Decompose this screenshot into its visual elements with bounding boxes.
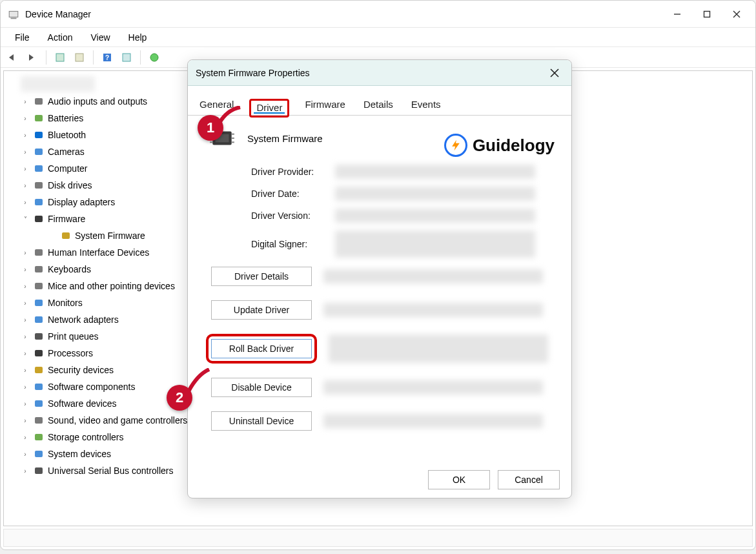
device-category-icon <box>33 263 45 275</box>
svg-rect-24 <box>35 300 43 306</box>
expander-icon[interactable]: › <box>21 449 30 458</box>
device-icon <box>60 230 72 241</box>
svg-rect-13 <box>35 115 43 121</box>
svg-rect-6 <box>56 54 64 61</box>
label-driver-version: Driver Version: <box>251 210 335 221</box>
expander-icon[interactable]: › <box>21 416 30 425</box>
tree-item-label: Disk drives <box>48 180 92 191</box>
disable-device-button[interactable]: Disable Device <box>211 378 312 397</box>
roll-back-driver-button[interactable]: Roll Back Driver <box>211 339 312 358</box>
expander-icon[interactable]: › <box>21 265 30 274</box>
toolbar-action-icon[interactable] <box>52 49 68 66</box>
annotation-tail-2 <box>187 368 213 394</box>
expander-icon[interactable]: › <box>21 114 30 123</box>
maximize-button[interactable] <box>692 4 722 25</box>
titlebar: Device Manager <box>1 1 755 28</box>
expander-icon[interactable]: › <box>21 298 30 307</box>
tree-item-label: Storage controllers <box>48 431 124 443</box>
menu-action[interactable]: Action <box>40 30 81 45</box>
expander-icon[interactable]: › <box>21 349 30 358</box>
watermark-text: Guidelogy <box>473 136 555 156</box>
expander-icon[interactable]: › <box>21 181 30 190</box>
ok-button[interactable]: OK <box>428 470 490 489</box>
dialog-title: System Firmware Properties <box>196 68 310 78</box>
annotation-badge-1: 1 <box>198 115 223 141</box>
device-category-icon <box>33 112 45 124</box>
toolbar-scan-icon[interactable] <box>118 49 135 66</box>
toolbar-help-icon[interactable]: ? <box>99 49 116 66</box>
forward-icon[interactable] <box>24 49 41 66</box>
dialog-close-button[interactable] <box>546 64 564 82</box>
svg-rect-20 <box>62 232 70 239</box>
label-driver-date: Driver Date: <box>251 189 335 199</box>
value-driver-version-blurred <box>335 209 535 223</box>
menu-view[interactable]: View <box>83 30 117 45</box>
expander-icon[interactable]: › <box>21 315 30 324</box>
root-node-blurred <box>21 76 95 92</box>
expander-icon[interactable]: › <box>21 365 30 374</box>
tree-item-label: Computer <box>48 163 87 174</box>
svg-rect-26 <box>35 333 43 340</box>
device-category-icon <box>33 331 45 342</box>
expander-icon[interactable]: › <box>21 130 30 139</box>
svg-rect-31 <box>35 417 43 424</box>
tab-driver[interactable]: Driver <box>256 102 282 113</box>
svg-rect-21 <box>35 249 43 256</box>
expander-icon[interactable]: ˅ <box>21 214 30 223</box>
tree-item-label: Firmware <box>48 213 85 225</box>
svg-rect-27 <box>35 350 43 356</box>
tab-events[interactable]: Events <box>409 95 444 115</box>
expander-icon[interactable]: › <box>21 332 30 341</box>
update-driver-button[interactable]: Update Driver <box>211 300 312 320</box>
svg-rect-33 <box>35 451 43 457</box>
expander-icon[interactable]: › <box>21 466 30 475</box>
tree-item-label: Sound, video and game controllers <box>48 415 187 426</box>
expander-icon[interactable]: › <box>21 282 30 291</box>
expander-icon[interactable]: › <box>21 399 30 408</box>
device-category-icon <box>33 280 45 292</box>
expander-icon[interactable]: › <box>21 147 30 156</box>
dialog-body: Guidelogy System Firmware Driver Provide… <box>188 116 571 462</box>
minimize-button[interactable] <box>662 4 692 25</box>
tab-firmware[interactable]: Firmware <box>302 95 348 115</box>
svg-rect-23 <box>35 283 43 289</box>
toolbar-properties-icon[interactable] <box>71 49 88 66</box>
device-category-icon <box>33 129 45 141</box>
tree-item-label: Audio inputs and outputs <box>48 96 147 107</box>
expander-icon[interactable]: › <box>21 382 30 391</box>
label-digital-signer: Digital Signer: <box>251 239 335 249</box>
uninstall-device-button[interactable]: Uninstall Device <box>211 411 312 431</box>
menu-help[interactable]: Help <box>121 30 155 45</box>
svg-rect-3 <box>704 11 710 17</box>
svg-rect-30 <box>35 400 43 407</box>
device-category-icon <box>33 247 45 258</box>
driver-details-button[interactable]: Driver Details <box>211 267 312 286</box>
svg-point-11 <box>150 54 158 61</box>
dialog-footer: OK Cancel <box>188 462 571 498</box>
desc-disable-device-blurred <box>323 380 543 395</box>
tree-item-label: Bluetooth <box>48 129 86 141</box>
tree-item-label: Software devices <box>48 398 117 409</box>
expander-icon[interactable]: › <box>21 198 30 207</box>
back-icon[interactable] <box>5 49 21 66</box>
toolbar-update-icon[interactable] <box>146 49 163 66</box>
expander-icon[interactable]: › <box>21 248 30 257</box>
tree-item-label: System devices <box>48 448 111 460</box>
expander-icon[interactable]: › <box>21 164 30 173</box>
svg-rect-19 <box>35 216 43 222</box>
device-name-label: System Firmware <box>247 133 323 144</box>
expander-icon[interactable]: › <box>21 97 30 106</box>
dialog-titlebar: System Firmware Properties <box>188 60 571 86</box>
menu-file[interactable]: File <box>7 30 37 45</box>
close-button[interactable] <box>722 4 751 25</box>
svg-rect-18 <box>35 199 43 205</box>
dialog-tabs: General Driver Firmware Details Events <box>188 86 571 116</box>
value-driver-provider-blurred <box>335 165 535 179</box>
watermark-logo: Guidelogy <box>444 134 555 157</box>
properties-dialog: System Firmware Properties General Drive… <box>187 59 572 498</box>
desc-driver-details-blurred <box>323 269 543 283</box>
cancel-button[interactable]: Cancel <box>498 470 560 489</box>
tab-details[interactable]: Details <box>361 95 396 115</box>
expander-icon[interactable]: › <box>21 433 30 442</box>
svg-rect-34 <box>35 467 43 474</box>
